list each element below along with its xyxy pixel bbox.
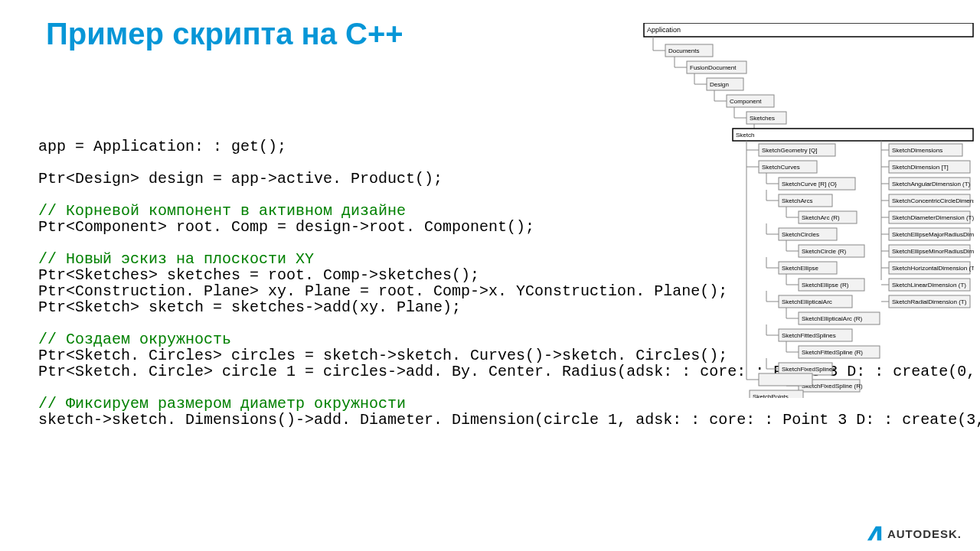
code-line: Ptr<Design> design = app->active. Produc… <box>38 170 443 187</box>
svg-text:Sketch: Sketch <box>736 132 754 139</box>
svg-text:SketchConcentricCircleDimensio: SketchConcentricCircleDimension (T) <box>892 197 974 204</box>
footer-brand: AUTODESK. <box>866 525 962 542</box>
svg-rect-11 <box>733 129 973 141</box>
svg-text:SketchPoints: SketchPoints <box>753 393 789 398</box>
svg-text:SketchRadialDimension (T): SketchRadialDimension (T) <box>892 298 967 305</box>
svg-text:SketchFittedSpline (R): SketchFittedSpline (R) <box>802 349 863 356</box>
svg-text:Documents: Documents <box>668 47 699 54</box>
svg-text:SketchCircles: SketchCircles <box>782 231 819 238</box>
svg-rect-0 <box>644 23 973 37</box>
svg-text:SketchCircle (R): SketchCircle (R) <box>802 248 847 255</box>
code-line: Ptr<Sketch. Circles> circles = sketch->s… <box>38 347 727 364</box>
svg-text:SketchCurve [R] (O}: SketchCurve [R] (O} <box>782 181 837 187</box>
svg-text:SketchEllipseMajorRadiusDimens: SketchEllipseMajorRadiusDimension (T) <box>892 231 974 238</box>
svg-text:SketchDimension [T]: SketchDimension [T] <box>892 164 949 171</box>
object-model-diagram: Application Documents FusionDocument Des… <box>643 23 974 401</box>
code-comment: // Создаем окружность <box>38 331 231 348</box>
diagram-node: Application <box>647 26 681 34</box>
code-line: Ptr<Sketches> sketches = root. Comp->ske… <box>38 266 479 284</box>
code-line: app = Application: : get(); <box>38 138 286 155</box>
svg-text:Sketches: Sketches <box>750 115 775 122</box>
svg-text:SketchArc (R): SketchArc (R) <box>802 214 840 221</box>
brand-name: AUTODESK. <box>887 527 962 540</box>
svg-text:SketchFittedSplines: SketchFittedSplines <box>782 332 836 339</box>
svg-text:SketchHorizontalDimension (T): SketchHorizontalDimension (T) <box>892 265 974 272</box>
code-line: Ptr<Sketch> sketch = sketches->add(xy. P… <box>38 298 461 316</box>
code-line: Ptr<Construction. Plane> xy. Plane = roo… <box>38 282 727 300</box>
code-line: sketch->sketch. Dimensions()->add. Diame… <box>38 411 980 429</box>
svg-text:SketchAngularDimension (T): SketchAngularDimension (T) <box>892 181 971 187</box>
svg-text:SketchDimensions: SketchDimensions <box>892 147 942 154</box>
svg-text:SketchArcs: SketchArcs <box>782 197 812 204</box>
code-line: Ptr<Component> root. Comp = design->root… <box>38 218 534 236</box>
code-comment: // Корневой компонент в активном дизайне <box>38 202 406 220</box>
svg-rect-43 <box>759 373 812 386</box>
code-comment: // Фиксируем размером диаметр окружности <box>38 395 406 412</box>
svg-text:SketchEllipticalArc (R): SketchEllipticalArc (R) <box>802 315 862 322</box>
svg-text:SketchEllipticalArc: SketchEllipticalArc <box>782 298 832 305</box>
svg-text:SketchEllipse: SketchEllipse <box>782 265 819 272</box>
svg-text:SketchGeometry [Q]: SketchGeometry [Q] <box>762 147 817 154</box>
svg-text:SketchEllipse (R): SketchEllipse (R) <box>802 282 849 289</box>
svg-text:SketchCurves: SketchCurves <box>762 164 800 171</box>
autodesk-logo-icon <box>866 525 883 542</box>
svg-text:Design: Design <box>710 81 729 88</box>
svg-text:SketchEllipseMinorRadiusDimens: SketchEllipseMinorRadiusDimension (T) <box>892 248 974 255</box>
code-comment: // Новый эскиз на плоскости XY <box>38 250 314 268</box>
svg-text:Component: Component <box>730 98 762 105</box>
svg-text:SketchFixedSplines: SketchFixedSplines <box>782 366 835 373</box>
svg-text:FusionDocument: FusionDocument <box>690 64 737 71</box>
svg-text:SketchLinearDimension (T): SketchLinearDimension (T) <box>892 282 966 289</box>
svg-text:SketchDiameterDimension (T): SketchDiameterDimension (T) <box>892 214 974 221</box>
